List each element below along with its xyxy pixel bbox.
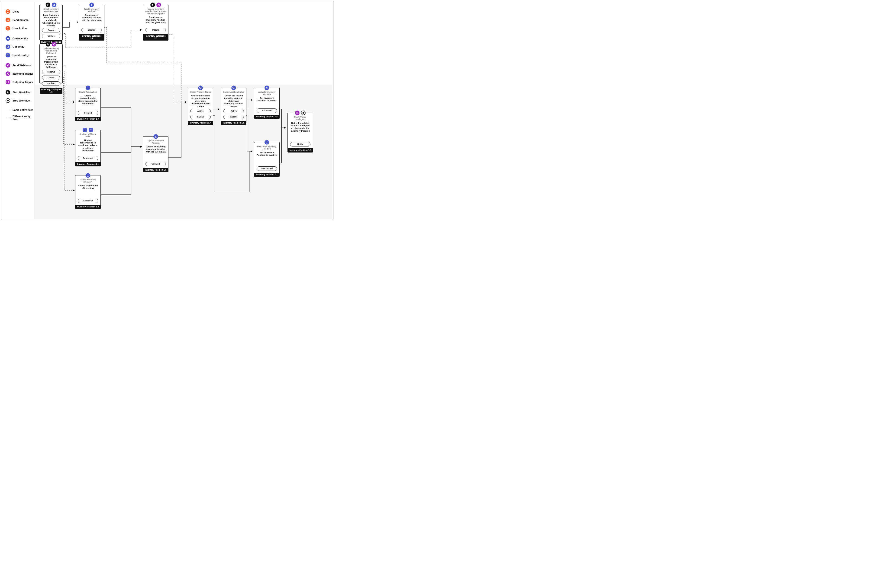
legend-send-webhook: Send Webhook — [6, 63, 33, 68]
upload-icon — [265, 86, 269, 90]
legend-stop-workflow: Stop Workflow — [6, 98, 33, 103]
node-button-cancel: Cancel — [42, 75, 60, 80]
search-icon — [198, 86, 203, 90]
node-desc: Update an Inventory Position with data f… — [40, 54, 62, 70]
upload-icon — [89, 128, 93, 132]
node-footer: Inventory Catalogue 1.2 — [40, 88, 62, 94]
legend-label: Start Workflow — [12, 91, 33, 94]
play-icon — [6, 90, 10, 94]
node-button-created: Created — [78, 111, 98, 115]
node-desc: Update reservations to confirmed sales &… — [75, 138, 101, 153]
legend-delay: Delay — [6, 9, 33, 14]
legend-label: Pending step — [12, 18, 33, 21]
incoming-icon — [157, 3, 161, 7]
legend-label: User Action — [12, 27, 33, 30]
node-title: Check Location Status — [221, 91, 246, 93]
node-title: Deactivate Inventory Position — [254, 146, 279, 150]
node-button-active: Active — [190, 109, 211, 113]
legend-get-entity: Get entity — [6, 45, 33, 49]
outgoing-icon — [295, 111, 300, 115]
node-desc: Set Inventory Position to Inactive — [254, 150, 279, 158]
node-inventory-catalogue-1-2: Update Inventory Position from Fulfilmen… — [39, 44, 63, 83]
list-icon — [6, 18, 10, 22]
legend-outgoing-trigger: Outgoing Trigger — [6, 80, 33, 84]
node-title: Create Inventory Position — [79, 8, 104, 13]
node-footer: Inventory Position 1.6 — [254, 115, 279, 118]
node-footer: Inventory Position 1.8 — [288, 148, 313, 152]
node-inventory-position-1-1: Confirm fulfilment sale Update reservati… — [75, 130, 101, 166]
node-footer: Inventory Position 1.2 — [75, 205, 101, 209]
node-button-inactive: Inactive — [190, 115, 211, 119]
legend-label: Different entity flow — [12, 115, 33, 120]
diagram-canvas: Check Inventory Position exists Load Inv… — [35, 2, 332, 219]
node-title: Update Inventory Position — [143, 140, 168, 144]
legend-label: Send Webhook — [12, 64, 33, 67]
node-button-deactivated: Deactivated — [257, 166, 277, 171]
node-title: Create Reservation — [75, 91, 101, 93]
node-inventory-position-1-8: Notify Virtual Catalogues Notify the rel… — [287, 112, 313, 153]
node-desc: Create a new Inventory Position with the… — [143, 15, 168, 25]
search-icon — [6, 45, 10, 49]
node-inventory-position-1-7: Deactivate Inventory Position Set Invent… — [254, 142, 280, 177]
node-button-confirmed: Confirmed — [78, 156, 98, 160]
node-button-update: Update — [146, 28, 166, 32]
node-footer: Inventory Position 1.0 — [75, 117, 101, 121]
node-desc: Update an existing Inventory Position wi… — [143, 144, 168, 154]
legend-incoming-trigger: Incoming Trigger — [6, 71, 33, 76]
node-desc: Create reservations for items promised t… — [75, 93, 101, 106]
node-inventory-catalogue-1-1: Create Inventory Position Create a new I… — [79, 4, 104, 40]
node-inventory-position-1-6: Activate Inventory Position Set Inventor… — [254, 88, 280, 119]
node-footer: Inventory Position 1.1 — [75, 162, 101, 166]
node-title: Notify Virtual Catalogues — [288, 116, 313, 121]
node-desc: Load Inventory Position data and check w… — [40, 13, 62, 28]
node-title: Confirm fulfilment sale — [75, 133, 101, 138]
node-desc: Check the related Location status to det… — [221, 93, 246, 109]
legend-same-entity-flow: Same entity flow — [6, 108, 33, 111]
node-inventory-position-1-3: Update Inventory Position Update an exis… — [143, 136, 169, 172]
node-button-reserve: Reserve — [42, 70, 60, 74]
node-footer: Inventory Catalogue 1.3 — [143, 34, 168, 40]
search-icon — [52, 3, 56, 7]
play-icon — [46, 42, 50, 46]
hourglass-icon — [6, 9, 10, 14]
node-inventory-catalogue-1-0: Check Inventory Position exists Load Inv… — [39, 4, 63, 40]
node-footer: Inventory Catalogue 1.1 — [79, 34, 104, 40]
node-desc: Set Inventory Position to Active — [254, 96, 279, 104]
node-button-inactive: Inactive — [223, 115, 244, 119]
node-button-active: Active — [223, 109, 244, 113]
incoming-icon — [52, 42, 56, 46]
node-footer: Inventory Position 1.4 — [188, 121, 213, 125]
node-button-notify: Notify — [290, 142, 310, 147]
upload-icon — [6, 53, 10, 57]
legend-panel: Delay Pending step User Action Create en… — [6, 9, 33, 124]
node-button-created: Created — [81, 28, 102, 32]
legend-label: Stop Workflow — [12, 99, 33, 102]
node-desc: Cancel reservation of Inventory — [75, 183, 101, 191]
play-icon — [46, 3, 50, 7]
node-footer: Inventory Position 1.5 — [221, 121, 246, 125]
node-button-updated: Updated — [146, 162, 166, 166]
node-inventory-position-1-5: Check Location Status Check the related … — [221, 88, 247, 123]
node-button-cancelled: Cancelled — [78, 199, 98, 203]
plus-icon — [83, 128, 87, 132]
legend-label: Update entity — [12, 54, 33, 57]
stop-icon — [301, 111, 306, 115]
legend-label: Same entity flow — [12, 108, 33, 111]
plus-icon — [86, 86, 90, 90]
legend-start-workflow: Start Workflow — [6, 90, 33, 94]
search-icon — [231, 86, 236, 90]
upload-icon — [265, 140, 269, 145]
node-desc: Notify the related Virtual Catalogues of… — [288, 121, 313, 134]
node-footer: Inventory Position 1.7 — [254, 172, 279, 177]
node-button-update: Update — [42, 34, 60, 38]
node-title: Check Product Status — [188, 91, 213, 93]
upload-icon — [86, 173, 90, 178]
plus-icon — [6, 36, 10, 41]
node-title: Update Inventory Position from Product o… — [143, 8, 168, 15]
play-icon — [151, 3, 155, 7]
node-button-activated: Activated — [257, 108, 277, 113]
user-icon — [6, 26, 10, 31]
node-inventory-position-1-2: Cancel Reserved Inventory Cancel reserva… — [75, 175, 101, 209]
node-title: Activate Inventory Position — [254, 91, 279, 96]
legend-update-entity: Update entity — [6, 53, 33, 57]
